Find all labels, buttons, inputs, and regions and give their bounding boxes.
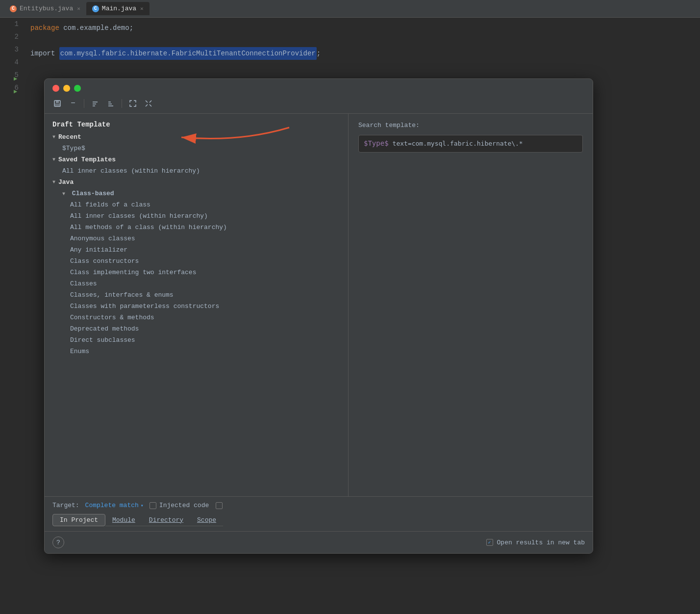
injected-code-checkbox[interactable]	[150, 502, 156, 509]
tree-item-direct-subclasses[interactable]: Direct subclasses	[45, 334, 348, 346]
recent-section-header[interactable]: ▼ Recent	[45, 131, 348, 143]
tree-item-classes[interactable]: Classes	[45, 278, 348, 289]
java-section-header[interactable]: ▼ Java	[45, 177, 348, 188]
line-numbers: 1 2 3 4 5 6	[0, 18, 25, 94]
all-fields-label: All fields of a class	[70, 201, 150, 208]
java-chevron: ▼	[52, 179, 55, 185]
class-based-chevron: ▼	[62, 191, 65, 197]
recent-item-type[interactable]: $Type$	[45, 143, 348, 154]
traffic-light-green[interactable]	[74, 85, 81, 92]
save-template-button[interactable]	[50, 98, 64, 109]
scope-scope-label: Scope	[197, 516, 216, 524]
traffic-light-yellow[interactable]	[63, 85, 70, 92]
tab-bar: C Entitybus.java ✕ C Main.java ✕	[0, 0, 700, 18]
injected-code-container: Injected code	[150, 502, 223, 509]
tab-entitybus-close[interactable]: ✕	[77, 5, 80, 12]
all-inner-classes-label: All inner classes (within hierarchy)	[70, 212, 208, 220]
tab-entitybus[interactable]: C Entitybus.java ✕	[4, 2, 86, 15]
entitybus-icon: C	[10, 5, 17, 12]
dialog-body: Draft Template ▼ Recent $Type$ ▼ Saved T…	[45, 114, 593, 496]
tree-item-all-methods[interactable]: All methods of a class (within hierarchy…	[45, 222, 348, 233]
classes-interfaces-label: Classes, interfaces & enums	[70, 291, 174, 299]
save-icon	[53, 100, 61, 107]
align-down-icon	[107, 100, 115, 107]
tree-item-class-constructors[interactable]: Class constructors	[45, 256, 348, 267]
template-tree-panel: Draft Template ▼ Recent $Type$ ▼ Saved T…	[45, 114, 349, 496]
scope-module-label: Module	[112, 516, 135, 524]
code-line-4	[30, 60, 700, 73]
constructors-methods-label: Constructors & methods	[70, 314, 154, 321]
search-template-label: Search template:	[358, 122, 583, 129]
scope-in-project-button[interactable]: In Project	[52, 514, 105, 526]
align-up-icon	[91, 100, 99, 107]
dialog-bottom: Target: Complete match ▾ Injected code I…	[45, 496, 593, 531]
tree-item-enums[interactable]: Enums	[45, 346, 348, 357]
class-implementing-label: Class implementing two interfaces	[70, 269, 196, 276]
search-template-panel: Search template: $Type$ text=com.mysql.f…	[349, 114, 593, 496]
scope-scope-button[interactable]: Scope	[190, 514, 223, 526]
draft-template-label: Draft Template	[52, 121, 110, 128]
move-down-button[interactable]	[104, 98, 118, 109]
recent-type-label: $Type$	[62, 145, 85, 152]
class-based-label: Class-based	[72, 190, 114, 197]
toolbar-separator-2	[122, 99, 122, 108]
class-based-header[interactable]: ▼ Class-based	[45, 188, 348, 199]
run-arrow-5: ▶	[14, 73, 17, 85]
recent-label: Recent	[58, 133, 81, 141]
run-arrow-6: ▶	[14, 85, 17, 96]
tree-item-any-initializer[interactable]: Any initializer	[45, 244, 348, 256]
code-line-1: package com.example.demo;	[30, 22, 700, 34]
tree-item-classes-parameterless[interactable]: Classes with parameterless constructors	[45, 301, 348, 312]
remove-template-button[interactable]: −	[66, 98, 80, 109]
saved-chevron: ▼	[52, 157, 55, 162]
saved-templates-header[interactable]: ▼ Saved Templates	[45, 154, 348, 165]
traffic-light-red[interactable]	[52, 85, 59, 92]
tree-item-all-fields[interactable]: All fields of a class	[45, 199, 348, 210]
scope-directory-button[interactable]: Directory	[142, 514, 190, 526]
open-results-label: Open results in new tab	[497, 539, 585, 546]
type-var: $Type$	[364, 139, 389, 147]
collapse-all-button[interactable]	[142, 98, 155, 109]
tree-item-class-implementing[interactable]: Class implementing two interfaces	[45, 267, 348, 278]
complete-match-chevron: ▾	[141, 503, 144, 509]
svg-rect-2	[55, 103, 60, 106]
java-label: Java	[58, 179, 74, 186]
help-button[interactable]: ?	[52, 537, 64, 548]
target-label: Target:	[52, 502, 79, 509]
saved-inner-label: All inner classes (within hierarchy)	[62, 167, 200, 175]
help-icon: ?	[56, 539, 60, 546]
classes-parameterless-label: Classes with parameterless constructors	[70, 303, 219, 310]
dialog-toolbar: −	[45, 96, 593, 114]
tab-entitybus-label: Entitybus.java	[20, 5, 73, 12]
code-line-3: import com.mysql.fabric.hibernate.Fabric…	[30, 47, 700, 60]
tree-item-constructors-methods[interactable]: Constructors & methods	[45, 312, 348, 323]
traffic-lights	[45, 79, 593, 96]
tab-main-label: Main.java	[102, 5, 136, 12]
search-text: text=com.mysql.fabric.hibernate\.*	[393, 140, 523, 147]
tree-item-deprecated-methods[interactable]: Deprecated methods	[45, 323, 348, 334]
tab-main[interactable]: C Main.java ✕	[86, 2, 150, 15]
saved-item-inner-classes[interactable]: All inner classes (within hierarchy)	[45, 165, 348, 177]
search-template-input[interactable]: $Type$ text=com.mysql.fabric.hibernate\.…	[358, 135, 583, 153]
scope-module-button[interactable]: Module	[105, 514, 142, 526]
direct-subclasses-label: Direct subclasses	[70, 336, 135, 344]
draft-template-header: Draft Template	[45, 118, 348, 131]
tree-item-all-inner-classes[interactable]: All inner classes (within hierarchy)	[45, 210, 348, 222]
tab-main-close[interactable]: ✕	[140, 5, 144, 12]
classes-label: Classes	[70, 280, 97, 287]
target-row: Target: Complete match ▾ Injected code	[52, 502, 585, 509]
recent-chevron: ▼	[52, 134, 55, 140]
open-results-checkbox[interactable]	[486, 539, 493, 546]
move-up-button[interactable]	[88, 98, 102, 109]
tree-item-classes-interfaces[interactable]: Classes, interfaces & enums	[45, 289, 348, 301]
toolbar-separator-1	[84, 99, 84, 108]
expand-all-button[interactable]	[126, 98, 140, 109]
tree-item-anonymous-classes[interactable]: Anonymous classes	[45, 233, 348, 244]
saved-templates-label: Saved Templates	[58, 156, 116, 163]
kw-import: import	[30, 47, 59, 60]
any-initializer-label: Any initializer	[70, 246, 127, 254]
scope-row: In Project Module Directory Scope	[52, 514, 585, 526]
injected-code-checkbox-2[interactable]	[216, 502, 223, 509]
main-icon: C	[92, 5, 99, 12]
complete-match-dropdown[interactable]: Complete match ▾	[85, 502, 144, 509]
